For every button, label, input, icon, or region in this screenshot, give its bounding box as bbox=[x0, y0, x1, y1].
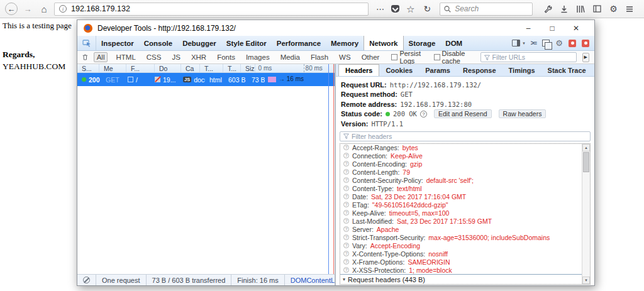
header-row[interactable]: ? X-Frame-Options: SAMEORIGIN bbox=[340, 258, 582, 266]
filter-type-button[interactable]: HTML bbox=[113, 53, 138, 62]
clear-requests-trash-icon[interactable] bbox=[82, 53, 88, 61]
menu-hamburger-icon[interactable] bbox=[626, 6, 633, 13]
devtools-red-toggle-icon-1[interactable] bbox=[569, 40, 576, 47]
library-icon[interactable] bbox=[576, 5, 585, 13]
har-menu-button[interactable]: ▶ bbox=[582, 53, 590, 62]
header-help-icon[interactable]: ? bbox=[343, 267, 349, 273]
column-header[interactable]: T... bbox=[223, 64, 241, 72]
node-picker-button[interactable] bbox=[77, 36, 96, 50]
filter-type-button[interactable]: Other bbox=[359, 53, 382, 62]
header-row[interactable]: ? Content-Security-Policy: default-src '… bbox=[340, 176, 582, 184]
scroll-up-icon[interactable]: ▲ bbox=[582, 144, 590, 151]
header-row[interactable]: ? X-XSS-Protection: 1; mode=block bbox=[340, 266, 582, 274]
url-text[interactable]: 192.168.179.132 bbox=[71, 4, 130, 13]
header-help-icon[interactable]: ? bbox=[343, 169, 349, 175]
page-actions-icon[interactable]: ⋯ bbox=[376, 5, 384, 13]
header-row[interactable]: ? Connection: Keep-Alive bbox=[340, 151, 582, 160]
filter-headers-input[interactable]: Filter headers bbox=[340, 131, 591, 141]
column-header[interactable]: Me bbox=[99, 64, 126, 72]
edit-and-resend-button[interactable]: Edit and Resend bbox=[434, 109, 492, 118]
reload-icon[interactable]: ↻ bbox=[423, 4, 431, 13]
filter-type-button[interactable]: Images bbox=[243, 53, 272, 62]
devtools-tab[interactable]: Performance bbox=[272, 36, 326, 50]
header-row[interactable]: ? X-Content-Type-Options: nosniff bbox=[340, 250, 582, 258]
sidebar-toggle-icon[interactable] bbox=[593, 5, 601, 13]
header-row[interactable]: ? Server: Apache bbox=[340, 225, 582, 233]
filter-type-button[interactable]: XHR bbox=[189, 53, 209, 62]
url-bar[interactable]: i 192.168.179.132 bbox=[54, 3, 369, 16]
filter-type-button[interactable]: WS bbox=[336, 53, 353, 62]
raw-headers-button[interactable]: Raw headers bbox=[499, 109, 547, 118]
devtools-tab[interactable]: Network bbox=[364, 36, 403, 50]
filter-type-button[interactable]: Flash bbox=[308, 53, 331, 62]
split-console-icon[interactable]: >≡ bbox=[531, 40, 537, 47]
request-row-selected[interactable]: 200 GET / 19... JSdocu... html 603 B 73 … bbox=[77, 73, 335, 86]
back-button[interactable]: ← bbox=[5, 3, 18, 15]
request-headers-section-toggle[interactable]: ▾ Request headers (443 B) bbox=[340, 274, 582, 284]
column-header[interactable]: T... bbox=[200, 64, 223, 72]
gear-icon[interactable]: ⚙ bbox=[609, 4, 618, 13]
header-help-icon[interactable]: ? bbox=[343, 194, 349, 199]
header-help-icon[interactable]: ? bbox=[343, 210, 349, 216]
header-row[interactable]: ? Content-Encoding: gzip bbox=[340, 160, 582, 168]
header-help-icon[interactable]: ? bbox=[343, 202, 349, 207]
header-row[interactable]: ? Content-Length: 79 bbox=[340, 168, 582, 176]
details-tab[interactable]: Cookies bbox=[379, 64, 419, 76]
header-help-icon[interactable]: ? bbox=[343, 234, 349, 240]
header-help-icon[interactable]: ? bbox=[343, 251, 349, 256]
waterfall-column-header[interactable]: 0 ms 80 ms bbox=[255, 64, 335, 72]
header-row[interactable]: ? Strict-Transport-Security: max-age=315… bbox=[340, 233, 582, 241]
header-help-icon[interactable]: ? bbox=[343, 177, 349, 183]
header-row[interactable]: ? Keep-Alive: timeout=5, max=100 bbox=[340, 209, 582, 217]
devtools-tab[interactable]: Inspector bbox=[96, 36, 139, 50]
devtools-titlebar[interactable]: Developer Tools - http://192.168.179.132… bbox=[77, 20, 594, 36]
dock-side-icon[interactable] bbox=[512, 40, 520, 47]
minimize-button[interactable]: – bbox=[516, 24, 540, 33]
download-icon[interactable] bbox=[560, 5, 568, 13]
site-info-icon[interactable]: i bbox=[59, 5, 67, 13]
search-bar[interactable]: Search bbox=[440, 3, 533, 16]
devtools-settings-icon[interactable]: ⚙ bbox=[555, 38, 563, 48]
devtools-tab[interactable]: DOM bbox=[440, 36, 467, 50]
devtools-tab[interactable]: Debugger bbox=[177, 36, 221, 50]
bookmark-star-icon[interactable]: ☆ bbox=[406, 4, 414, 14]
filter-type-button[interactable]: JS bbox=[169, 53, 182, 62]
filter-type-button[interactable]: CSS bbox=[144, 53, 164, 62]
scroll-down-icon[interactable]: ▼ bbox=[582, 277, 590, 284]
details-tab[interactable]: Headers bbox=[338, 64, 379, 76]
column-header[interactable]: Siz bbox=[241, 64, 255, 72]
persist-logs-checkbox[interactable]: Persist Logs bbox=[391, 50, 428, 65]
devtools-tab[interactable]: Console bbox=[139, 36, 177, 50]
filter-type-button[interactable]: Media bbox=[278, 53, 303, 62]
devtools-wrench-icon[interactable] bbox=[544, 5, 552, 13]
filter-urls-input[interactable]: Filter URLs bbox=[480, 52, 577, 62]
devtools-red-toggle-icon-2[interactable] bbox=[582, 40, 589, 47]
filter-type-button[interactable]: Fonts bbox=[214, 53, 238, 62]
clear-button[interactable] bbox=[77, 275, 96, 285]
devtools-tab[interactable]: Style Editor bbox=[221, 36, 272, 50]
header-help-icon[interactable]: ? bbox=[343, 243, 349, 248]
header-help-icon[interactable]: ? bbox=[343, 226, 349, 232]
devtools-tab[interactable]: Storage bbox=[404, 36, 441, 50]
header-help-icon[interactable]: ? bbox=[343, 185, 349, 191]
column-header[interactable]: Do bbox=[155, 64, 181, 72]
responsive-design-icon[interactable] bbox=[542, 40, 550, 47]
column-header[interactable]: S... bbox=[77, 64, 99, 72]
header-row[interactable]: ? Date: Sat, 23 Dec 2017 17:16:04 GMT bbox=[340, 192, 582, 200]
header-help-icon[interactable]: ? bbox=[343, 153, 349, 158]
header-row[interactable]: ? Content-Type: text/html bbox=[340, 184, 582, 192]
maximize-button[interactable]: □ bbox=[540, 24, 564, 33]
header-help-icon[interactable]: ? bbox=[343, 161, 349, 167]
devtools-tab[interactable]: Memory bbox=[326, 36, 364, 50]
status-help-icon[interactable]: ? bbox=[420, 111, 427, 118]
header-row[interactable]: ? Vary: Accept-Encoding bbox=[340, 241, 582, 250]
forward-button[interactable]: → bbox=[21, 3, 34, 15]
header-help-icon[interactable]: ? bbox=[343, 259, 349, 265]
headers-scrollbar[interactable]: ▲ ▼ bbox=[582, 144, 590, 285]
header-help-icon[interactable]: ? bbox=[343, 218, 349, 224]
column-header[interactable]: Ca bbox=[181, 64, 200, 72]
header-row[interactable]: ? ETag: "49-561051642ddcd-gzip" bbox=[340, 200, 582, 209]
column-header[interactable]: F... bbox=[126, 64, 155, 72]
filter-type-button[interactable]: All bbox=[94, 52, 108, 62]
home-button[interactable]: ⌂ bbox=[38, 3, 50, 15]
